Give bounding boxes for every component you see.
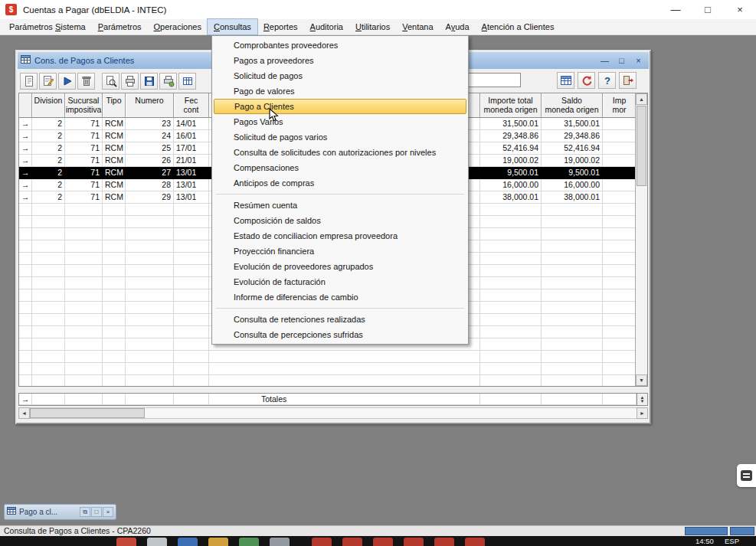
menu-separator [216, 308, 464, 309]
toolbar-button-edit-record[interactable] [39, 73, 57, 90]
column-header-importe[interactable]: Importe total moneda origen [480, 93, 542, 118]
taskbar-app-icon[interactable] [116, 538, 136, 546]
cell-empty [32, 240, 65, 253]
totals-spinner[interactable]: ▲ ▼ [637, 393, 648, 406]
toolbar-button-print[interactable] [121, 73, 139, 90]
cell-empty [103, 204, 126, 216]
menubar-item-consultas[interactable]: Consultas [208, 19, 257, 34]
menu-item-pagos-varios[interactable]: Pagos Varios [214, 114, 466, 129]
minimized-maximize-button[interactable]: □ [91, 507, 102, 517]
menu-item-consulta-de-retenciones-realizadas[interactable]: Consulta de retenciones realizadas [214, 312, 466, 327]
cell-fecha: 13/01 [174, 191, 209, 204]
minimized-restore-button[interactable]: ⧉ [80, 507, 90, 517]
maximize-button[interactable]: □ [692, 0, 724, 19]
cell-saldo: 19,000.02 [542, 155, 603, 167]
column-header-imp2[interactable]: Imp mor [603, 93, 635, 118]
menu-separator [216, 194, 464, 195]
scroll-right-button[interactable]: ► [637, 407, 648, 419]
column-header-division[interactable]: Division [32, 93, 65, 118]
toolbar-button-help[interactable]: ? [598, 72, 616, 89]
menubar-item-ayuda[interactable]: Ayuda [440, 19, 476, 34]
toolbar-right-group: ? [557, 72, 638, 89]
child-maximize-button[interactable]: □ [617, 53, 627, 68]
toolbar-button-new-record[interactable] [20, 73, 38, 90]
taskbar-app-icon[interactable] [178, 538, 198, 546]
scroll-down-button[interactable]: ▼ [636, 374, 647, 386]
chat-widget[interactable] [737, 464, 756, 487]
menu-item-evolucion-de-facturacion[interactable]: Evolución de facturación [214, 274, 466, 289]
column-header-numero[interactable]: Numero [126, 93, 174, 118]
menu-item-estado-de-conciliacion-empresa-proveedora[interactable]: Estado de conciliacion empresa proveedor… [214, 228, 466, 244]
horizontal-scroll-thumb[interactable] [30, 408, 145, 418]
menu-item-evolucion-de-proveedores-agrupados[interactable]: Evolución de proveedores agrupados [214, 259, 466, 274]
toolbar-button-refresh[interactable] [578, 72, 595, 89]
taskbar-app-icon[interactable] [312, 538, 332, 546]
menubar-item-utilitarios[interactable]: Utilitarios [349, 19, 396, 34]
menu-item-resumen-cuenta[interactable]: Resúmen cuenta [214, 198, 466, 213]
taskbar-app-icon[interactable] [342, 538, 362, 546]
menubar-item-parametros-sistema[interactable]: Parámetros Sistema [3, 19, 92, 34]
taskbar-app-icon[interactable] [239, 538, 259, 546]
menubar-item-ventana[interactable]: Ventana [396, 19, 439, 34]
menu-item-pagos-a-proveedores[interactable]: Pagos a proveedores [214, 53, 466, 68]
toolbar-button-preview[interactable] [102, 73, 119, 90]
cell-imp2 [603, 130, 635, 142]
taskbar-app-icon[interactable] [147, 538, 167, 546]
menu-item-pago-de-valores[interactable]: Pago de valores [214, 83, 466, 99]
toolbar-button-export-grid[interactable] [178, 73, 196, 90]
menu-item-solicitud-de-pagos-varios[interactable]: Solicitud de pagos varios [214, 129, 466, 145]
vertical-scroll-thumb[interactable] [637, 106, 646, 186]
taskbar-app-icon[interactable] [434, 538, 454, 546]
menu-item-anticipos-de-compras[interactable]: Anticipos de compras [214, 175, 466, 191]
minimized-close-button[interactable]: × [103, 507, 113, 517]
toolbar-button-print-setup[interactable] [159, 73, 177, 90]
column-header-indicator[interactable] [19, 93, 32, 118]
horizontal-scrollbar[interactable]: ◄ ► [18, 407, 648, 419]
child-minimize-button[interactable]: — [600, 53, 610, 68]
taskbar: 14:50 ESP [0, 536, 756, 546]
scroll-up-button[interactable]: ▲ [636, 93, 647, 105]
menu-item-solicitud-de-pagos[interactable]: Solicitud de pagos [214, 68, 466, 83]
column-header-fecha[interactable]: Fec cont [174, 93, 209, 118]
menubar-item-reportes[interactable]: Reportes [257, 19, 304, 34]
scroll-left-button[interactable]: ◄ [18, 407, 30, 419]
cell-empty [65, 302, 103, 314]
taskbar-app-icon[interactable] [373, 538, 393, 546]
taskbar-app-icon[interactable] [465, 538, 485, 546]
vertical-scroll-track[interactable] [636, 105, 647, 374]
menu-item-comprobantes-proveedores[interactable]: Comprobantes proveedores [214, 38, 466, 53]
toolbar-button-exit[interactable] [619, 72, 637, 89]
menu-item-consulta-de-solicitudes-con-autorizaciones-por-niveles[interactable]: Consulta de solicitudes con autorizacion… [214, 145, 466, 160]
column-header-saldo[interactable]: Saldo moneda origen [542, 93, 603, 118]
cell-empty [542, 338, 603, 351]
vertical-scrollbar[interactable]: ▲ ▼ [635, 93, 647, 386]
menu-item-pago-a-clientes[interactable]: Pago a Clientes [214, 99, 466, 114]
menu-item-compensaciones[interactable]: Compensaciones [214, 160, 466, 175]
close-button[interactable]: × [724, 0, 756, 19]
menu-item-composicion-de-saldos[interactable]: Composición de saldos [214, 213, 466, 228]
menu-item-informe-de-diferencias-de-cambio[interactable]: Informe de diferencias de cambio [214, 289, 466, 305]
menubar-item-auditoria[interactable]: Auditoria [304, 19, 349, 34]
child-close-button[interactable]: × [633, 53, 643, 68]
menu-item-consulta-de-percepciones-sufridas[interactable]: Consulta de percepciones sufridas [214, 327, 466, 342]
column-header-sucursal[interactable]: Sucursal impositiva [65, 93, 103, 118]
toolbar-button-table-view[interactable] [557, 72, 574, 89]
toolbar-button-save[interactable] [140, 73, 158, 90]
minimized-window-pago-a-clientes[interactable]: Pago a cl... ⧉ □ × [4, 504, 116, 520]
column-header-tipo[interactable]: Tipo [103, 93, 126, 118]
toolbar-button-run-query[interactable] [58, 73, 76, 90]
taskbar-app-icon[interactable] [270, 538, 290, 546]
taskbar-language[interactable]: ESP [725, 537, 739, 545]
cell-empty [542, 228, 603, 240]
taskbar-app-icon[interactable] [208, 538, 228, 546]
menubar-item-operaciones[interactable]: Operaciones [148, 19, 208, 34]
taskbar-app-icon[interactable] [404, 538, 424, 546]
menubar-item-parametros[interactable]: Parámetros [92, 19, 148, 34]
horizontal-scroll-track[interactable] [30, 407, 637, 419]
menubar-item-atencion-a-clientes[interactable]: Atención a Clientes [476, 19, 561, 34]
cell-importe: 31,500.01 [480, 118, 542, 130]
menu-item-proyeccion-financiera[interactable]: Proyección financiera [214, 244, 466, 259]
cell-tipo: RCM [103, 142, 126, 155]
minimize-button[interactable]: — [659, 0, 692, 19]
toolbar-button-delete-record[interactable] [77, 73, 95, 90]
